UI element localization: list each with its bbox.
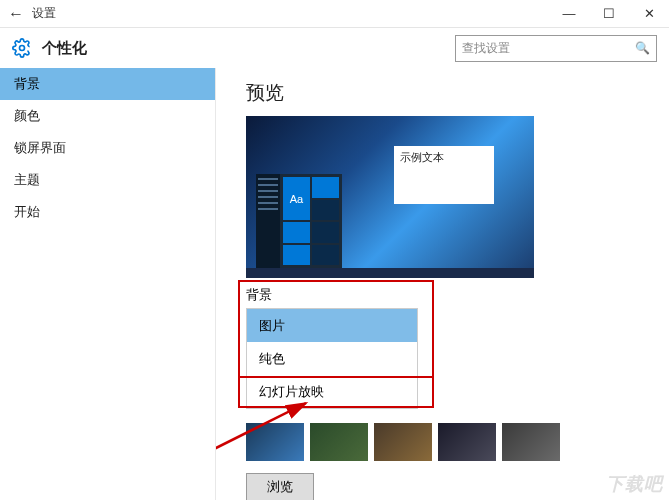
preview-start-menu: Aa (256, 174, 342, 268)
gear-icon (12, 38, 32, 58)
close-button[interactable]: ✕ (629, 0, 669, 28)
maximize-button[interactable]: ☐ (589, 0, 629, 28)
sidebar-item-label: 颜色 (14, 107, 40, 125)
dropdown-option-picture[interactable]: 图片 (247, 309, 417, 342)
preview-taskbar (246, 268, 534, 278)
option-label: 幻灯片放映 (259, 383, 324, 401)
background-dropdown[interactable]: 图片 纯色 幻灯片放映 (246, 308, 418, 409)
preview-sample-window: 示例文本 (394, 146, 494, 204)
sidebar-item-background[interactable]: 背景 (0, 68, 215, 100)
search-input[interactable]: 查找设置 🔍 (455, 35, 657, 62)
wallpaper-thumb[interactable] (310, 423, 368, 461)
sidebar-item-label: 背景 (14, 75, 40, 93)
sidebar-item-label: 开始 (14, 203, 40, 221)
desktop-preview: Aa 示例文本 (246, 116, 534, 278)
search-icon: 🔍 (635, 41, 650, 55)
option-label: 纯色 (259, 350, 285, 368)
search-placeholder: 查找设置 (462, 40, 510, 57)
dropdown-option-solid[interactable]: 纯色 (247, 342, 417, 375)
dropdown-option-slideshow[interactable]: 幻灯片放映 (247, 375, 417, 408)
header: 个性化 查找设置 🔍 (0, 28, 669, 68)
wallpaper-thumb[interactable] (502, 423, 560, 461)
wallpaper-thumbnails (246, 423, 649, 461)
app-title: 设置 (32, 5, 549, 22)
sidebar-item-start[interactable]: 开始 (0, 196, 215, 228)
sidebar-item-colors[interactable]: 颜色 (0, 100, 215, 132)
main-content: 预览 Aa 示例文本 背景 图片 纯色 幻灯片放映 (216, 68, 669, 500)
sidebar-item-label: 锁屏界面 (14, 139, 66, 157)
sidebar-item-themes[interactable]: 主题 (0, 164, 215, 196)
sidebar-item-label: 主题 (14, 171, 40, 189)
wallpaper-thumb[interactable] (374, 423, 432, 461)
minimize-button[interactable]: — (549, 0, 589, 28)
watermark: 下载吧 (606, 472, 663, 496)
wallpaper-thumb[interactable] (246, 423, 304, 461)
preview-tile-aa: Aa (283, 177, 310, 220)
back-button[interactable]: ← (0, 5, 32, 23)
titlebar: ← 设置 — ☐ ✕ (0, 0, 669, 28)
preview-title: 预览 (246, 80, 649, 106)
wallpaper-thumb[interactable] (438, 423, 496, 461)
option-label: 图片 (259, 317, 285, 335)
background-label: 背景 (246, 286, 446, 304)
svg-point-0 (20, 46, 25, 51)
browse-button[interactable]: 浏览 (246, 473, 314, 500)
sidebar-item-lockscreen[interactable]: 锁屏界面 (0, 132, 215, 164)
sidebar: 背景 颜色 锁屏界面 主题 开始 (0, 68, 216, 500)
page-title: 个性化 (42, 39, 87, 58)
